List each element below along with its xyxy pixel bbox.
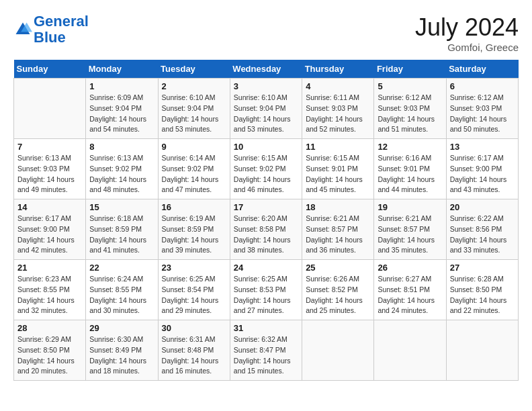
logo-line2: Blue — [34, 29, 66, 46]
day-number: 3 — [234, 81, 298, 91]
day-number: 9 — [162, 142, 226, 152]
day-number: 5 — [378, 81, 442, 91]
day-number: 11 — [306, 142, 370, 152]
calendar-day-cell: 24Sunrise: 6:25 AMSunset: 8:53 PMDayligh… — [230, 260, 302, 320]
day-info: Sunrise: 6:16 AMSunset: 9:01 PMDaylight:… — [378, 153, 442, 195]
day-number: 28 — [17, 323, 82, 333]
day-number: 4 — [306, 81, 370, 91]
day-info: Sunrise: 6:29 AMSunset: 8:50 PMDaylight:… — [17, 334, 82, 377]
calendar-day-cell — [446, 320, 518, 381]
calendar-day-cell: 13Sunrise: 6:17 AMSunset: 9:00 PMDayligh… — [446, 139, 518, 199]
day-info: Sunrise: 6:32 AMSunset: 8:47 PMDaylight:… — [234, 334, 298, 377]
location: Gomfoi, Greece — [415, 42, 519, 53]
day-info: Sunrise: 6:17 AMSunset: 9:00 PMDaylight:… — [17, 214, 82, 256]
calendar-day-cell: 30Sunrise: 6:31 AMSunset: 8:48 PMDayligh… — [158, 320, 230, 381]
title-block: July 2024 Gomfoi, Greece — [415, 13, 519, 53]
day-info: Sunrise: 6:13 AMSunset: 9:02 PMDaylight:… — [89, 153, 154, 195]
day-info: Sunrise: 6:18 AMSunset: 8:59 PMDaylight:… — [89, 214, 154, 256]
calendar-day-cell: 25Sunrise: 6:26 AMSunset: 8:52 PMDayligh… — [302, 260, 374, 320]
day-info: Sunrise: 6:24 AMSunset: 8:55 PMDaylight:… — [89, 274, 154, 316]
day-info: Sunrise: 6:23 AMSunset: 8:55 PMDaylight:… — [17, 274, 82, 316]
calendar-day-cell — [374, 320, 446, 381]
calendar-table: SundayMondayTuesdayWednesdayThursdayFrid… — [13, 60, 519, 381]
day-info: Sunrise: 6:26 AMSunset: 8:52 PMDaylight:… — [306, 274, 370, 316]
day-number: 12 — [378, 142, 442, 152]
header-wednesday: Wednesday — [230, 60, 302, 79]
day-info: Sunrise: 6:28 AMSunset: 8:50 PMDaylight:… — [450, 274, 515, 316]
day-info: Sunrise: 6:27 AMSunset: 8:51 PMDaylight:… — [378, 274, 442, 316]
day-info: Sunrise: 6:10 AMSunset: 9:04 PMDaylight:… — [234, 93, 298, 135]
calendar-day-cell: 8Sunrise: 6:13 AMSunset: 9:02 PMDaylight… — [86, 139, 158, 199]
calendar-day-cell: 19Sunrise: 6:21 AMSunset: 8:57 PMDayligh… — [374, 199, 446, 260]
day-info: Sunrise: 6:09 AMSunset: 9:04 PMDaylight:… — [89, 93, 154, 135]
day-number: 22 — [89, 263, 154, 273]
calendar-day-cell: 23Sunrise: 6:25 AMSunset: 8:54 PMDayligh… — [158, 260, 230, 320]
calendar-day-cell: 4Sunrise: 6:11 AMSunset: 9:03 PMDaylight… — [302, 79, 374, 139]
day-info: Sunrise: 6:13 AMSunset: 9:03 PMDaylight:… — [17, 153, 82, 195]
logo-line1: General — [34, 13, 89, 30]
day-info: Sunrise: 6:25 AMSunset: 8:53 PMDaylight:… — [234, 274, 298, 316]
calendar-day-cell: 3Sunrise: 6:10 AMSunset: 9:04 PMDaylight… — [230, 79, 302, 139]
day-info: Sunrise: 6:21 AMSunset: 8:57 PMDaylight:… — [306, 214, 370, 256]
header-friday: Friday — [374, 60, 446, 79]
calendar-day-cell: 12Sunrise: 6:16 AMSunset: 9:01 PMDayligh… — [374, 139, 446, 199]
day-number: 29 — [89, 323, 154, 333]
calendar-day-cell: 1Sunrise: 6:09 AMSunset: 9:04 PMDaylight… — [86, 79, 158, 139]
page-header: General Blue July 2024 Gomfoi, Greece — [13, 13, 519, 53]
calendar-day-cell: 22Sunrise: 6:24 AMSunset: 8:55 PMDayligh… — [86, 260, 158, 320]
day-number: 1 — [89, 81, 154, 91]
day-number: 14 — [17, 202, 82, 212]
logo-text: General Blue — [34, 13, 89, 46]
day-info: Sunrise: 6:20 AMSunset: 8:58 PMDaylight:… — [234, 214, 298, 256]
calendar-week-row: 14Sunrise: 6:17 AMSunset: 9:00 PMDayligh… — [14, 199, 519, 260]
day-number: 25 — [306, 263, 370, 273]
day-number: 24 — [234, 263, 298, 273]
logo: General Blue — [13, 13, 89, 46]
day-number: 7 — [17, 142, 82, 152]
calendar-day-cell: 5Sunrise: 6:12 AMSunset: 9:03 PMDaylight… — [374, 79, 446, 139]
day-number: 17 — [234, 202, 298, 212]
day-info: Sunrise: 6:12 AMSunset: 9:03 PMDaylight:… — [450, 93, 515, 135]
day-number: 31 — [234, 323, 298, 333]
day-number: 27 — [450, 263, 515, 273]
calendar-day-cell: 10Sunrise: 6:15 AMSunset: 9:02 PMDayligh… — [230, 139, 302, 199]
day-number: 30 — [162, 323, 226, 333]
calendar-day-cell: 27Sunrise: 6:28 AMSunset: 8:50 PMDayligh… — [446, 260, 518, 320]
month-year: July 2024 — [415, 13, 519, 42]
day-info: Sunrise: 6:15 AMSunset: 9:02 PMDaylight:… — [234, 153, 298, 195]
day-number: 13 — [450, 142, 515, 152]
calendar-day-cell: 11Sunrise: 6:15 AMSunset: 9:01 PMDayligh… — [302, 139, 374, 199]
header-tuesday: Tuesday — [158, 60, 230, 79]
calendar-week-row: 7Sunrise: 6:13 AMSunset: 9:03 PMDaylight… — [14, 139, 519, 199]
day-number: 23 — [162, 263, 226, 273]
calendar-day-cell: 28Sunrise: 6:29 AMSunset: 8:50 PMDayligh… — [14, 320, 86, 381]
day-number: 15 — [89, 202, 154, 212]
calendar-day-cell: 18Sunrise: 6:21 AMSunset: 8:57 PMDayligh… — [302, 199, 374, 260]
calendar-day-cell: 29Sunrise: 6:30 AMSunset: 8:49 PMDayligh… — [86, 320, 158, 381]
calendar-day-cell: 26Sunrise: 6:27 AMSunset: 8:51 PMDayligh… — [374, 260, 446, 320]
day-number: 2 — [162, 81, 226, 91]
header-thursday: Thursday — [302, 60, 374, 79]
calendar-day-cell: 15Sunrise: 6:18 AMSunset: 8:59 PMDayligh… — [86, 199, 158, 260]
header-saturday: Saturday — [446, 60, 518, 79]
calendar-week-row: 1Sunrise: 6:09 AMSunset: 9:04 PMDaylight… — [14, 79, 519, 139]
day-info: Sunrise: 6:19 AMSunset: 8:59 PMDaylight:… — [162, 214, 226, 256]
calendar-day-cell: 16Sunrise: 6:19 AMSunset: 8:59 PMDayligh… — [158, 199, 230, 260]
day-info: Sunrise: 6:15 AMSunset: 9:01 PMDaylight:… — [306, 153, 370, 195]
day-info: Sunrise: 6:30 AMSunset: 8:49 PMDaylight:… — [89, 334, 154, 377]
day-info: Sunrise: 6:17 AMSunset: 9:00 PMDaylight:… — [450, 153, 515, 195]
day-number: 10 — [234, 142, 298, 152]
day-info: Sunrise: 6:21 AMSunset: 8:57 PMDaylight:… — [378, 214, 442, 256]
calendar-header-row: SundayMondayTuesdayWednesdayThursdayFrid… — [14, 60, 519, 79]
calendar-day-cell: 31Sunrise: 6:32 AMSunset: 8:47 PMDayligh… — [230, 320, 302, 381]
calendar-day-cell: 17Sunrise: 6:20 AMSunset: 8:58 PMDayligh… — [230, 199, 302, 260]
day-number: 19 — [378, 202, 442, 212]
calendar-week-row: 28Sunrise: 6:29 AMSunset: 8:50 PMDayligh… — [14, 320, 519, 381]
calendar-day-cell — [302, 320, 374, 381]
calendar-day-cell: 9Sunrise: 6:14 AMSunset: 9:02 PMDaylight… — [158, 139, 230, 199]
calendar-day-cell: 14Sunrise: 6:17 AMSunset: 9:00 PMDayligh… — [14, 199, 86, 260]
calendar-day-cell — [14, 79, 86, 139]
day-info: Sunrise: 6:12 AMSunset: 9:03 PMDaylight:… — [378, 93, 442, 135]
day-info: Sunrise: 6:22 AMSunset: 8:56 PMDaylight:… — [450, 214, 515, 256]
day-number: 20 — [450, 202, 515, 212]
